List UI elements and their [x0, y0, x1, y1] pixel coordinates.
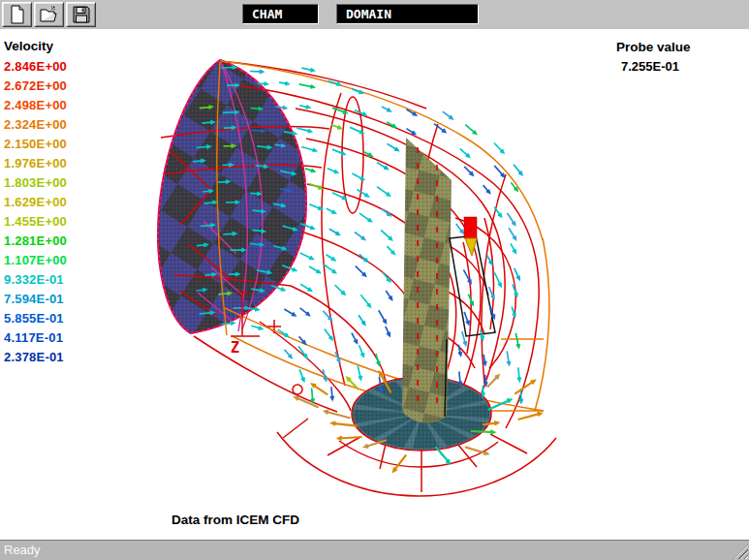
probe-value-label: Probe value: [616, 40, 691, 54]
legend-entries: 2.846E+002.672E+002.498E+002.324E+002.15…: [4, 57, 120, 367]
legend-entry: 1.455E+00: [4, 212, 120, 232]
internal-column: [402, 138, 452, 423]
legend-entry: 1.107E+00: [4, 251, 120, 270]
legend-entry: 2.378E-01: [4, 348, 120, 367]
legend-entry: 2.498E+00: [4, 96, 120, 115]
legend-title: Velocity: [4, 39, 120, 53]
legend-entry: 1.629E+00: [4, 193, 120, 212]
legend-entry: 1.976E+00: [4, 154, 120, 173]
dataset-caption: Data from ICEM CFD: [172, 513, 299, 527]
legend-entry: 2.324E+00: [4, 115, 120, 135]
legend-entry: 2.672E+00: [4, 77, 120, 96]
status-bar: Ready: [0, 540, 749, 560]
legend-entry: 1.803E+00: [4, 173, 120, 193]
legend-entry: 2.846E+00: [4, 57, 120, 77]
legend-entry: 9.332E-01: [4, 270, 120, 290]
cfd-viewer-window: CHAM DOMAIN: [0, 0, 749, 560]
legend-entry: 1.281E+00: [4, 232, 120, 251]
status-text: Ready: [4, 543, 41, 557]
velocity-legend: Velocity 2.846E+002.672E+002.498E+002.32…: [4, 39, 120, 367]
probe-value-readout: 7.255E-01: [621, 59, 679, 74]
resize-grip[interactable]: [733, 544, 748, 559]
z-axis-label: Z: [231, 339, 239, 357]
legend-entry: 4.117E-01: [4, 328, 120, 348]
legend-entry: 7.594E-01: [4, 290, 120, 309]
viewport-3d[interactable]: Z Velocity 2.846E+002.672E+002.498E+002.…: [0, 29, 749, 540]
legend-entry: 5.855E-01: [4, 309, 120, 328]
legend-entry: 2.150E+00: [4, 135, 120, 154]
